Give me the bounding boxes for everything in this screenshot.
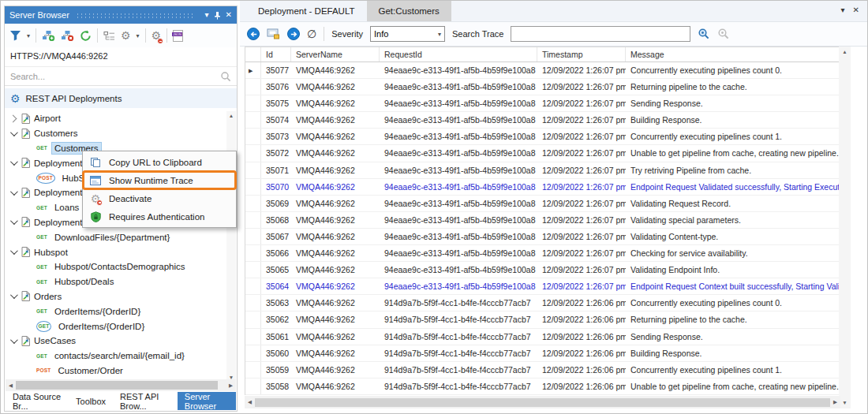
tree-expander-chevron-icon[interactable]: [10, 158, 18, 166]
scroll-left-icon[interactable]: ◀: [245, 399, 255, 405]
tree-endpoint-hubspot-contactsdemographics[interactable]: GET Hubspot/ContactsDemographics: [5, 259, 226, 274]
bottom-tab-rest-api-browser[interactable]: REST API Brow...: [113, 392, 178, 410]
table-row[interactable]: 35075 VMQA446:9262 94eaae9c-e313-49f1-af…: [245, 95, 840, 112]
table-row[interactable]: 35070 VMQA446:9262 94eaae9c-e313-49f1-af…: [245, 179, 840, 196]
tree-endpoint-contacts-search-email-email-id[interactable]: GET contacts/search/email/{email_id}: [5, 349, 226, 364]
grid-header-requestid[interactable]: RequestId: [380, 47, 537, 62]
table-row[interactable]: 35064 VMQA446:9262 94eaae9c-e313-49f1-af…: [245, 278, 840, 295]
navigate-forward-button[interactable]: [287, 28, 300, 40]
tree-endpoint-customer-order[interactable]: POST Customer/Order: [5, 364, 226, 379]
table-row[interactable]: 35067 VMQA446:9262 94eaae9c-e313-49f1-af…: [245, 229, 840, 245]
table-row[interactable]: 35063 VMQA446:9262 914d9a7b-5f9f-4cc1-b4…: [245, 295, 840, 311]
menu-item-copy-url-to-clipboard[interactable]: Copy URL to Clipboard: [83, 153, 236, 171]
tree-expander-chevron-icon[interactable]: [10, 292, 18, 300]
bottom-tab-toolbox[interactable]: Toolbox: [69, 392, 113, 410]
pane-menu-chevron-down-icon[interactable]: ▾: [841, 6, 845, 14]
doc-tab-get-customers[interactable]: Get:Customers: [367, 1, 451, 21]
panel-close-icon[interactable]: ✕: [226, 11, 232, 19]
tree-node-usecases[interactable]: UseCases: [5, 334, 226, 349]
filter-dropdown-chevron-icon[interactable]: ▾: [27, 32, 30, 39]
scroll-right-icon[interactable]: ▶: [830, 399, 840, 405]
search-trace-input[interactable]: [511, 26, 690, 42]
tree-node-hubspot[interactable]: Hubspot: [5, 244, 226, 259]
table-row[interactable]: 35060 VMQA446:9262 914d9a7b-5f9f-4cc1-b4…: [245, 345, 840, 362]
cell-id: 35058: [261, 379, 291, 394]
find-previous-magnifier-icon[interactable]: [717, 28, 730, 40]
scroll-up-icon[interactable]: ▲: [839, 47, 851, 58]
menu-item-requires-authentication[interactable]: Requires Authentication: [83, 207, 236, 226]
tree-view-icon[interactable]: [103, 31, 115, 41]
scroll-left-icon[interactable]: ◀: [6, 382, 16, 389]
grid-header-message[interactable]: Message: [626, 47, 840, 62]
scrollbar-thumb[interactable]: [255, 398, 830, 407]
scroll-up-icon[interactable]: ▲: [226, 111, 236, 121]
table-row[interactable]: 35065 VMQA446:9262 94eaae9c-e313-49f1-af…: [245, 262, 840, 278]
tree-expander-chevron-icon[interactable]: [10, 218, 18, 226]
clear-trace-icon[interactable]: ∅: [307, 28, 316, 40]
settings-gear-icon[interactable]: ⚙: [121, 30, 131, 41]
table-row[interactable]: 35071 VMQA446:9262 94eaae9c-e313-49f1-af…: [245, 162, 840, 179]
tree-expander-chevron-icon[interactable]: [10, 336, 18, 344]
tree-endpoint-downloadfiles-department[interactable]: GET DownloadFiles/{Department}: [5, 229, 226, 244]
table-row[interactable]: 35068 VMQA446:9262 94eaae9c-e313-49f1-af…: [245, 212, 840, 229]
table-row[interactable]: 35062 VMQA446:9262 914d9a7b-5f9f-4cc1-b4…: [245, 311, 840, 328]
menu-item-label: Requires Authentication: [109, 212, 204, 222]
severity-select[interactable]: Info ▾: [370, 26, 445, 42]
pane-close-icon[interactable]: ✕: [853, 6, 859, 14]
activate-deployment-icon[interactable]: [42, 30, 55, 42]
settings-dropdown-chevron-icon[interactable]: ▾: [137, 32, 140, 39]
scroll-right-icon[interactable]: ▶: [226, 382, 236, 389]
tree-expander-chevron-icon[interactable]: [9, 114, 17, 122]
find-next-magnifier-icon[interactable]: [698, 28, 710, 40]
navigate-back-button[interactable]: [247, 28, 260, 40]
panel-titlebar[interactable]: Server Browser ▾ ✕: [5, 6, 237, 24]
table-row[interactable]: 35059 VMQA446:9262 914d9a7b-5f9f-4cc1-b4…: [245, 362, 840, 379]
panel-menu-chevron-down-icon[interactable]: ▾: [205, 11, 209, 19]
tree-node-orders[interactable]: Orders: [5, 289, 226, 304]
table-row[interactable]: 35076 VMQA446:9262 94eaae9c-e313-49f1-af…: [245, 79, 840, 95]
scrollbar-thumb[interactable]: [16, 381, 218, 390]
table-row[interactable]: 35073 VMQA446:9262 94eaae9c-e313-49f1-af…: [245, 129, 840, 145]
doc-tab-deployment-default[interactable]: Deployment - DEFAULT: [246, 1, 367, 21]
pin-icon[interactable]: [214, 11, 221, 20]
tree-root-rest-api-deployments[interactable]: ⚙ REST API Deployments: [5, 88, 237, 108]
tree-node-airport[interactable]: Airport: [5, 111, 226, 126]
cell-servername: VMQA446:9262: [291, 262, 380, 278]
table-row[interactable]: 35072 VMQA446:9262 94eaae9c-e313-49f1-af…: [245, 145, 840, 162]
refresh-icon[interactable]: [80, 30, 92, 42]
table-row[interactable]: ▶ 35077 VMQA446:9262 94eaae9c-e313-49f1-…: [245, 62, 840, 79]
cell-timestamp: 12/09/2022 1:26:06 pm: [537, 345, 626, 361]
json-document-icon[interactable]: JSON: [173, 30, 183, 42]
bottom-tab-data-source-browser[interactable]: Data Source Br...: [6, 392, 69, 410]
tree-endpoint-orderitems-orderid[interactable]: GET OrderItems/{OrderID}: [5, 304, 226, 319]
grid-header-id[interactable]: Id: [261, 47, 291, 62]
export-trace-icon[interactable]: [267, 28, 280, 39]
stop-service-gear-icon[interactable]: ⚙: [152, 28, 162, 43]
table-row[interactable]: 35074 VMQA446:9262 94eaae9c-e313-49f1-af…: [245, 112, 840, 129]
deactivate-deployment-icon[interactable]: [61, 30, 74, 42]
grid-vertical-scrollbar[interactable]: ▲ ▼: [839, 47, 851, 408]
table-row[interactable]: 35069 VMQA446:9262 94eaae9c-e313-49f1-af…: [245, 196, 840, 212]
tree-endpoint-orderitems-orderid[interactable]: GET OrderItems/{OrderID}: [5, 319, 226, 334]
tree-expander-chevron-icon[interactable]: [10, 129, 18, 136]
bottom-tab-server-browser[interactable]: Server Browser: [178, 392, 236, 410]
search-input[interactable]: Search...: [5, 66, 237, 86]
menu-item-deactivate[interactable]: ⚙ Deactivate: [83, 189, 236, 207]
scroll-down-icon[interactable]: ▼: [839, 397, 851, 408]
tree-node-customers[interactable]: Customers: [5, 126, 226, 141]
tree-expander-chevron-icon[interactable]: [10, 247, 18, 255]
cell-requestid: 914d9a7b-5f9f-4cc1-b4fe-f4cccb77acb7: [380, 295, 537, 311]
grid-header-servername[interactable]: ServerName: [291, 47, 380, 62]
table-row[interactable]: 35058 VMQA446:9262 914d9a7b-5f9f-4cc1-b4…: [245, 379, 840, 395]
table-row[interactable]: 35061 VMQA446:9262 914d9a7b-5f9f-4cc1-b4…: [245, 329, 840, 345]
grid-header-timestamp[interactable]: Timestamp: [537, 47, 626, 62]
menu-item-show-runtime-trace[interactable]: Show Runtime Trace: [83, 171, 236, 189]
tree-expander-chevron-icon[interactable]: [10, 188, 18, 196]
tree-horizontal-scrollbar[interactable]: ◀ ▶: [6, 379, 236, 391]
tree-endpoint-hubspot-deals[interactable]: GET Hubspot/Deals: [5, 274, 226, 289]
filter-icon[interactable]: [9, 30, 21, 41]
table-row[interactable]: 35066 VMQA446:9262 94eaae9c-e313-49f1-af…: [245, 245, 840, 262]
grid-horizontal-scrollbar[interactable]: ◀ ▶: [245, 396, 840, 408]
cell-timestamp: 12/09/2022 1:26:07 pm: [537, 278, 626, 294]
cell-timestamp: 12/09/2022 1:26:07 pm: [537, 129, 626, 144]
